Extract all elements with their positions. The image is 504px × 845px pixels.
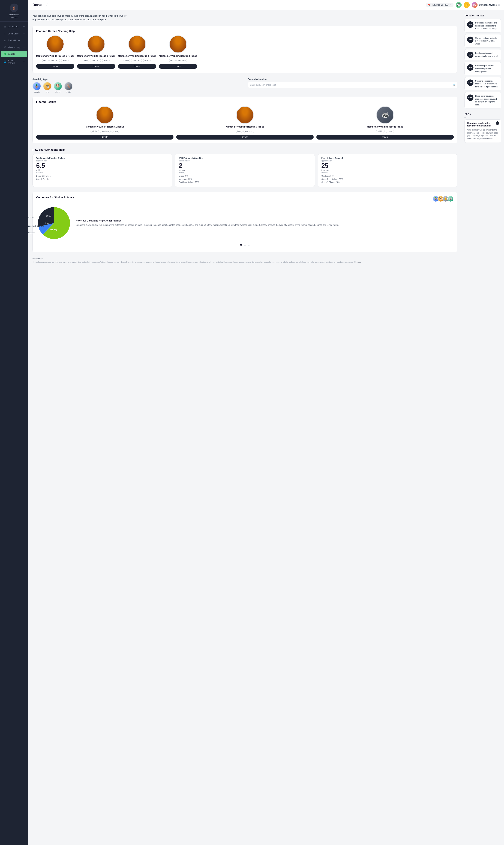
faq-close-button[interactable]: ✕ <box>496 121 499 125</box>
donate-button-1[interactable]: donate <box>77 64 115 69</box>
tag: wildlife <box>91 130 99 133</box>
faq-section: FAQs 01 ✕ How does my donation reach the… <box>465 113 501 143</box>
type-shelter[interactable]: 🐕 shelter <box>54 82 62 93</box>
aquatic-label: aquatic <box>34 91 39 93</box>
faq-answer: Your donation will go directly to the or… <box>467 128 499 140</box>
impact-card-2: $50 Funds vaccines and deworming for one… <box>465 49 501 60</box>
stat-unit-0: million <box>36 169 168 172</box>
search-by-location: Search by location 🔍 <box>248 78 457 88</box>
result-donate-button-1[interactable]: donate <box>176 135 313 140</box>
donate-button-0[interactable]: donate <box>36 64 74 69</box>
result-donate-button-2[interactable]: donate <box>317 135 454 140</box>
tag: sanctuary <box>177 59 187 62</box>
featured-card-name-3: Montgomery Wildlife Rescue & Rehab <box>159 55 197 57</box>
tag: sanctuary <box>90 59 101 62</box>
shelter-label: shelter <box>55 91 60 93</box>
featured-card-2: Montgomery Wildlife Rescue & Rehab farm … <box>118 35 156 69</box>
chart-desc-text: Donations play a crucial role in improvi… <box>76 223 454 227</box>
how-donations-section: How Your Donations Help Total Animals En… <box>33 148 457 187</box>
donate-button-2[interactable]: donate <box>118 64 156 69</box>
disclaimer-text: The statistics presented are estimates b… <box>33 261 353 263</box>
result-card-name-1: Montgomery Wildlife Rescue & Rehab <box>226 125 264 128</box>
date-text: Tue, Mar. 23, 2024 <box>432 4 449 6</box>
adoptions-label: 73.6% <box>50 229 57 231</box>
featured-card-3: Montgomery Wildlife Rescue & Rehab farm … <box>159 35 197 69</box>
dot-0[interactable] <box>240 244 242 246</box>
tag: rehab <box>143 59 151 62</box>
featured-card-tags-0: farm sanctuary rehab <box>42 59 69 62</box>
type-wildlife[interactable]: 🦌 wildlife <box>64 82 73 93</box>
stat-annually-0: annually <box>36 172 168 173</box>
featured-card-tags-2: farm sanctuary rehab <box>124 59 150 62</box>
featured-card-tags-1: farm sanctuary rehab <box>83 59 110 62</box>
sidebar-item-ways-to-help[interactable]: ♡ Ways to Help + <box>1 44 27 51</box>
logo-icon: 🦌 <box>10 3 18 12</box>
dot-1[interactable] <box>244 244 246 246</box>
user-chip[interactable]: CO Candace Owens ≡ <box>472 2 500 8</box>
community-icon: ✕ <box>3 32 6 35</box>
impact-badge-3: $75 <box>467 64 473 71</box>
location-search-input[interactable] <box>248 82 457 88</box>
result-card-2: 🦝 Montgomery Wildlife Rescue Rehab wildl… <box>317 106 454 140</box>
pagination-dots <box>36 244 454 246</box>
stat-breakdown-0: Dogs: 3.2 millionCats: 3.3 million <box>36 174 168 181</box>
avatar-row: 🦆 🐕 🐈 🦝 <box>433 195 454 202</box>
stat-number-2: 25 <box>321 162 454 169</box>
info-icon[interactable]: ⓘ <box>46 3 48 6</box>
chart-desc-title: How Your Donations Help Shelter Animals <box>76 219 454 222</box>
sidebar-item-label: Community <box>8 33 19 35</box>
farm-label: farm <box>46 91 49 93</box>
result-donate-button-0[interactable]: donate <box>36 135 174 140</box>
sidebar-item-dashboard[interactable]: ⊞ Dashboard + <box>1 23 27 30</box>
user-name: Candace Owens <box>479 3 497 6</box>
result-card-1: Montgomery Wildlife Rescue & Rehab farm … <box>176 106 313 140</box>
tag: rehab <box>61 59 69 62</box>
sidebar: 🦌 animal careconnect ⊞ Dashboard + ✕ Com… <box>0 0 28 845</box>
euthanasia-label: 16.5% <box>46 215 51 217</box>
disclaimer: Disclaimer: The statistics presented are… <box>33 257 457 263</box>
tag: rehab <box>111 130 119 133</box>
impact-text-2: Funds vaccines and deworming for one ani… <box>475 52 499 57</box>
chat-button[interactable]: 💬 <box>456 2 462 8</box>
stat-card-2: Farm Animals Rescued approximately 25 th… <box>318 154 457 187</box>
expand-icon: + <box>23 25 25 28</box>
impact-badge-5: $250 <box>467 94 473 101</box>
featured-card-avatar-0 <box>47 35 64 53</box>
dot-2[interactable] <box>248 244 250 246</box>
disclaimer-title: Disclaimer: <box>33 257 457 260</box>
tag: wildlife <box>376 130 384 133</box>
animal-avatar-3: 🦝 <box>447 195 454 202</box>
center-content: Your donation can help save animals by s… <box>28 10 462 268</box>
impact-badge-4: $100 <box>467 80 473 86</box>
impact-card-0: $10 Provides a warm bed and basic care s… <box>465 19 501 33</box>
featured-card-avatar-2 <box>128 35 146 53</box>
sidebar-item-find-home[interactable]: ⌂ Find a Home <box>1 37 27 44</box>
sidebar-item-join-network[interactable]: 🌐 Join the network + <box>1 57 27 66</box>
faq-card: ✕ How does my donation reach the organiz… <box>465 119 501 143</box>
type-aquatic[interactable]: 🦆 aquatic <box>33 82 41 93</box>
sidebar-item-community[interactable]: ✕ Community − <box>1 30 27 37</box>
faq-number: 01 <box>465 116 501 118</box>
dashboard-icon: ⊞ <box>3 25 6 28</box>
date-chip[interactable]: 📅 Tue, Mar. 23, 2024 ▾ <box>426 3 453 7</box>
impact-text-0: Provides a warm bed and basic care suppl… <box>475 21 499 30</box>
tag: rehab <box>102 59 110 62</box>
result-cards: Montgomery Wildlife Rescue & Rehab wildl… <box>36 106 454 140</box>
notifications-button[interactable]: 🔔 <box>464 2 470 8</box>
result-card-avatar-2: 🦝 <box>376 106 394 124</box>
location-search-wrap: 🔍 <box>248 82 457 88</box>
wildlife-icon: 🦌 <box>64 82 73 90</box>
search-filters: Search by type 🦆 aquatic 🐄 farm 🐕 she <box>33 78 457 93</box>
type-farm[interactable]: 🐄 farm <box>43 82 52 93</box>
result-tags-2: wildlife rescue <box>376 130 394 133</box>
farm-icon: 🐄 <box>43 82 52 90</box>
donate-button-3[interactable]: donate <box>159 64 197 69</box>
sidebar-item-donate[interactable]: 💲 Donate <box>1 51 27 57</box>
filtered-results-section: Filtered Results Montgomery Wildlife Res… <box>33 97 457 143</box>
sources-link[interactable]: Sources <box>354 261 361 263</box>
expand-icon: + <box>23 60 25 64</box>
sidebar-item-label: Ways to Help <box>8 46 20 49</box>
pie-chart: 73.6% 9.9% 16.5% Euthanasia Reunited wit… <box>36 205 71 241</box>
donate-icon: 💲 <box>3 53 6 55</box>
faq-question: How does my donation reach the organizat… <box>467 122 499 127</box>
